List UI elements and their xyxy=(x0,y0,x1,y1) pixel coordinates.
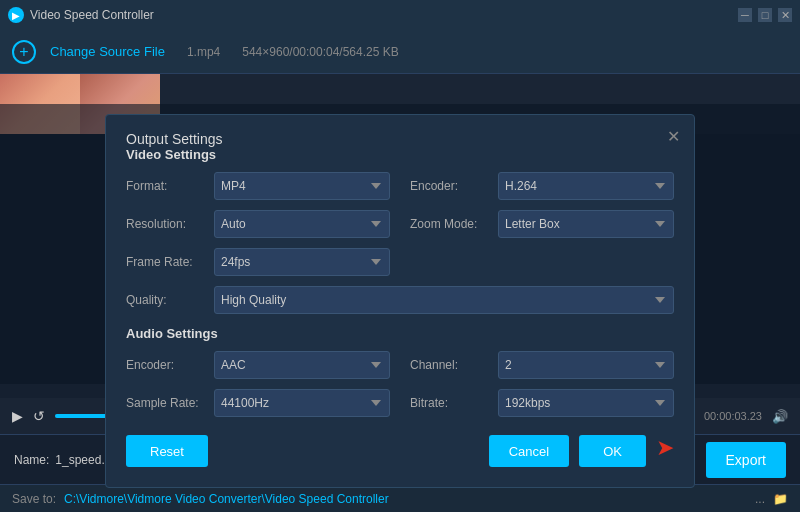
quality-label: Quality: xyxy=(126,293,206,307)
bitrate-label: Bitrate: xyxy=(410,396,490,410)
zoom-mode-row: Zoom Mode: Letter Box xyxy=(410,210,674,238)
audio-settings-grid: Encoder: AAC Channel: 2 Sample Rate: xyxy=(126,351,674,417)
saveto-bar: Save to: C:\Vidmore\Vidmore Video Conver… xyxy=(0,484,800,512)
play-button[interactable]: ▶ xyxy=(12,408,23,424)
resolution-select[interactable]: Auto xyxy=(214,210,390,238)
channel-row: Channel: 2 xyxy=(410,351,674,379)
channel-label: Channel: xyxy=(410,358,490,372)
zoom-mode-label: Zoom Mode: xyxy=(410,217,490,231)
file-info: 544×960/00:00:04/564.25 KB xyxy=(242,45,398,59)
quality-row: Quality: High Quality xyxy=(126,286,674,314)
loop-button[interactable]: ↺ xyxy=(33,408,45,424)
sample-rate-label: Sample Rate: xyxy=(126,396,206,410)
volume-icon[interactable]: 🔊 xyxy=(772,409,788,424)
window-controls: ─ □ ✕ xyxy=(738,8,792,22)
saveto-folder-icon[interactable]: 📁 xyxy=(773,492,788,506)
dialog-footer: Reset Cancel OK ➤ xyxy=(126,435,674,467)
frame-rate-select[interactable]: 24fps xyxy=(214,248,390,276)
saveto-label: Save to: xyxy=(12,492,56,506)
ok-arrow-indicator: ➤ xyxy=(656,435,674,467)
zoom-mode-select[interactable]: Letter Box xyxy=(498,210,674,238)
footer-right: Cancel OK ➤ xyxy=(489,435,674,467)
encoder-label: Encoder: xyxy=(410,179,490,193)
audio-encoder-select[interactable]: AAC xyxy=(214,351,390,379)
bitrate-row: Bitrate: 192kbps xyxy=(410,389,674,417)
format-select[interactable]: MP4 xyxy=(214,172,390,200)
audio-encoder-row: Encoder: AAC xyxy=(126,351,390,379)
format-row: Format: MP4 xyxy=(126,172,390,200)
sample-rate-row: Sample Rate: 44100Hz xyxy=(126,389,390,417)
empty-cell xyxy=(410,248,674,276)
app-title: Video Speed Controller xyxy=(30,8,154,22)
maximize-button[interactable]: □ xyxy=(758,8,772,22)
cancel-button[interactable]: Cancel xyxy=(489,435,569,467)
change-source-button[interactable]: Change Source File xyxy=(50,44,165,59)
reset-button[interactable]: Reset xyxy=(126,435,208,467)
video-settings-grid: Format: MP4 Encoder: H.264 Resolution: xyxy=(126,172,674,276)
main-area: ▶ ↺ 00:00:03.23 🔊 Output Settings ✕ Vide… xyxy=(0,74,800,434)
frame-rate-label: Frame Rate: xyxy=(126,255,206,269)
export-button[interactable]: Export xyxy=(706,442,786,478)
audio-encoder-label: Encoder: xyxy=(126,358,206,372)
app-icon: ▶ xyxy=(8,7,24,23)
output-settings-dialog: Output Settings ✕ Video Settings Format:… xyxy=(105,114,695,488)
time-display: 00:00:03.23 xyxy=(704,410,762,422)
resolution-label: Resolution: xyxy=(126,217,206,231)
encoder-select[interactable]: H.264 xyxy=(498,172,674,200)
minimize-button[interactable]: ─ xyxy=(738,8,752,22)
close-window-button[interactable]: ✕ xyxy=(778,8,792,22)
file-name: 1.mp4 xyxy=(187,45,220,59)
toolbar: + Change Source File 1.mp4 544×960/00:00… xyxy=(0,30,800,74)
format-label: Format: xyxy=(126,179,206,193)
quality-select[interactable]: High Quality xyxy=(214,286,674,314)
audio-section-title: Audio Settings xyxy=(126,326,674,341)
saveto-dots-button[interactable]: ... xyxy=(755,492,765,506)
channel-select[interactable]: 2 xyxy=(498,351,674,379)
frame-rate-row: Frame Rate: 24fps xyxy=(126,248,390,276)
ok-button[interactable]: OK xyxy=(579,435,646,467)
add-source-button[interactable]: + xyxy=(12,40,36,64)
bitrate-select[interactable]: 192kbps xyxy=(498,389,674,417)
resolution-row: Resolution: Auto xyxy=(126,210,390,238)
saveto-path[interactable]: C:\Vidmore\Vidmore Video Converter\Video… xyxy=(64,492,389,506)
dialog-title: Output Settings xyxy=(126,131,223,147)
name-label: Name: xyxy=(14,453,49,467)
sample-rate-select[interactable]: 44100Hz xyxy=(214,389,390,417)
modal-overlay: Output Settings ✕ Video Settings Format:… xyxy=(0,104,800,384)
video-section-title: Video Settings xyxy=(126,147,674,162)
encoder-row: Encoder: H.264 xyxy=(410,172,674,200)
titlebar: ▶ Video Speed Controller ─ □ ✕ xyxy=(0,0,800,30)
dialog-close-button[interactable]: ✕ xyxy=(667,127,680,146)
